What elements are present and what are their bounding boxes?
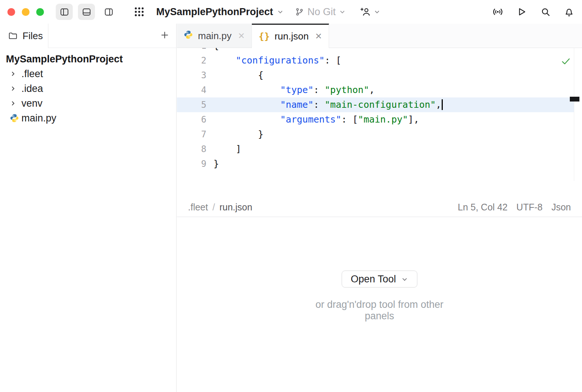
tab-label: main.py: [198, 30, 232, 42]
files-panel-header: Files: [0, 24, 176, 48]
inspections-ok-icon[interactable]: [561, 56, 571, 68]
git-widget[interactable]: No Git: [295, 6, 346, 18]
bell-icon: [564, 6, 575, 17]
line-number: 4: [177, 83, 206, 97]
file-tree-item[interactable]: .idea: [0, 81, 176, 96]
window-minimize-button[interactable]: [22, 8, 30, 16]
code-text: "configurations": [: [213, 53, 341, 68]
chevron-right-icon: [10, 100, 16, 107]
chevron-down-icon: [277, 8, 284, 15]
code-line[interactable]: 9 }: [177, 157, 574, 171]
file-tree-item-label: .idea: [21, 83, 43, 94]
plus-icon: [160, 30, 170, 40]
code-line[interactable]: 7 }: [177, 127, 574, 142]
git-status-label: No Git: [308, 6, 336, 18]
code-text: {: [213, 48, 219, 53]
close-icon[interactable]: ✕: [315, 31, 322, 41]
fleet-window: MySamplePythonProject No Git: [0, 0, 582, 392]
breadcrumb-folder[interactable]: .fleet: [188, 202, 208, 213]
toggle-bottom-panel-button[interactable]: [78, 4, 95, 20]
text-cursor: [442, 99, 443, 110]
files-header-spacer: [48, 24, 176, 48]
code-text: }: [213, 157, 219, 171]
run-button[interactable]: [516, 6, 527, 17]
python-icon: [10, 113, 19, 123]
window-controls: [7, 8, 44, 16]
chevron-down-icon: [401, 276, 408, 283]
editor-statusbar: .fleet / run.json Ln 5, Col 42 UTF-8 Jso…: [177, 198, 582, 217]
code-line[interactable]: 5 "name": "main-configuration",: [177, 97, 574, 112]
editor-tab[interactable]: {} main.py ✕: [177, 24, 252, 48]
tool-panel: Open Tool or drag'n'drop tool from other…: [177, 217, 582, 392]
broadcast-button[interactable]: [492, 6, 504, 18]
json-braces-icon: {}: [259, 31, 270, 42]
editor: 1 { 2 "configurations": [ 3 { 4 "type": …: [177, 48, 582, 198]
search-button[interactable]: [540, 6, 551, 17]
code-text: "type": "python",: [213, 83, 375, 97]
window-zoom-button[interactable]: [36, 8, 44, 16]
files-panel: Files MySamplePythonProject .fleet .idea: [0, 24, 177, 392]
code-line[interactable]: 3 {: [177, 68, 574, 83]
code-text: }: [213, 127, 263, 142]
chevron-right-icon: [10, 85, 16, 92]
panel-toggles: [56, 4, 117, 20]
file-tree-item-label: venv: [21, 98, 42, 109]
code-text: {: [213, 68, 263, 83]
line-number: 2: [177, 53, 206, 68]
project-root-node[interactable]: MySamplePythonProject: [0, 52, 176, 66]
chevron-down-icon: [339, 8, 346, 15]
collaboration-widget[interactable]: [360, 6, 380, 17]
search-icon: [540, 6, 551, 17]
files-tab-label: Files: [23, 30, 43, 42]
chevron-right-icon: [10, 71, 16, 77]
broadcast-icon: [492, 6, 504, 18]
window-close-button[interactable]: [7, 8, 15, 16]
language-widget[interactable]: Json: [551, 202, 571, 213]
tab-label: run.json: [274, 31, 309, 42]
tab-files[interactable]: Files: [0, 24, 48, 48]
line-number: 1: [177, 48, 206, 53]
file-tree: MySamplePythonProject .fleet .idea venv …: [0, 48, 176, 125]
folder-icon: [8, 31, 18, 41]
grid-dots-icon: [134, 6, 145, 17]
breadcrumb-separator: /: [212, 202, 215, 213]
line-number: 6: [177, 112, 206, 127]
add-collaborator-icon: [360, 6, 371, 17]
line-number: 3: [177, 68, 206, 83]
file-tree-item[interactable]: main.py: [0, 111, 176, 125]
code-line[interactable]: 2 "configurations": [: [177, 53, 574, 68]
encoding-widget[interactable]: UTF-8: [516, 202, 542, 213]
chevron-down-icon: [374, 8, 380, 15]
line-number: 9: [177, 157, 206, 171]
code-line[interactable]: 1 {: [177, 48, 574, 53]
play-icon: [516, 6, 527, 17]
breadcrumb-file[interactable]: run.json: [219, 202, 252, 213]
file-tree-item[interactable]: .fleet: [0, 66, 176, 81]
code-text: "arguments": ["main.py"],: [213, 112, 419, 127]
toggle-right-panel-button[interactable]: [100, 4, 117, 20]
file-tree-item[interactable]: venv: [0, 96, 176, 111]
open-tool-button[interactable]: Open Tool: [342, 271, 418, 288]
close-icon[interactable]: ✕: [238, 31, 245, 41]
caret-position-widget[interactable]: Ln 5, Col 42: [458, 202, 508, 213]
line-number: 5: [177, 97, 206, 112]
project-switcher[interactable]: MySamplePythonProject: [156, 6, 284, 18]
file-tree-item-label: .fleet: [21, 68, 43, 80]
line-number: 8: [177, 142, 206, 157]
right-panel-icon: [104, 7, 114, 17]
open-tool-label: Open Tool: [351, 274, 396, 285]
editor-tab[interactable]: {} run.json ✕: [252, 24, 329, 48]
notifications-button[interactable]: [564, 6, 575, 17]
code-line[interactable]: 8 ]: [177, 142, 574, 157]
git-branch-icon: [295, 7, 304, 17]
code-line[interactable]: 4 "type": "python",: [177, 83, 574, 97]
left-panel-icon: [59, 7, 69, 17]
workspaces-grid-button[interactable]: [131, 4, 147, 20]
status-widgets: Ln 5, Col 42 UTF-8 Json: [458, 202, 571, 213]
code-area: 1 { 2 "configurations": [ 3 { 4 "type": …: [177, 48, 574, 171]
toggle-left-panel-button[interactable]: [56, 4, 73, 20]
bottom-panel-icon: [82, 7, 92, 17]
add-file-button[interactable]: [160, 30, 170, 41]
editor-scrollbar-thumb[interactable]: [570, 97, 579, 102]
code-line[interactable]: 6 "arguments": ["main.py"],: [177, 112, 574, 127]
